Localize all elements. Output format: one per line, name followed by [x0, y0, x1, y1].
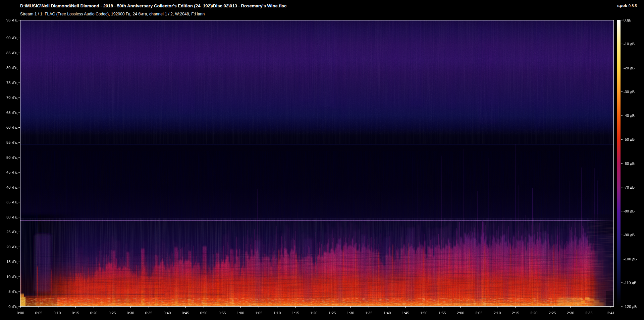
svg-text:1:05: 1:05 — [255, 311, 263, 315]
svg-text:0 дБ: 0 дБ — [624, 18, 631, 22]
svg-text:35 кГц: 35 кГц — [6, 200, 18, 204]
svg-text:0:45: 0:45 — [182, 311, 189, 315]
svg-text:0:10: 0:10 — [53, 311, 61, 315]
svg-text:-90 дБ: -90 дБ — [624, 233, 635, 237]
svg-text:0:35: 0:35 — [145, 311, 153, 315]
svg-text:65 кГц: 65 кГц — [6, 111, 18, 115]
svg-text:-80 дБ: -80 дБ — [624, 209, 635, 213]
svg-text:0:55: 0:55 — [218, 311, 226, 315]
svg-text:1:15: 1:15 — [292, 311, 299, 315]
svg-text:0:20: 0:20 — [90, 311, 98, 315]
svg-text:10 кГц: 10 кГц — [6, 275, 18, 279]
svg-text:2:25: 2:25 — [548, 311, 556, 315]
svg-text:-70 дБ: -70 дБ — [624, 185, 635, 189]
svg-text:0:05: 0:05 — [35, 311, 43, 315]
svg-text:-10 дБ: -10 дБ — [624, 42, 635, 46]
svg-text:1:00: 1:00 — [237, 311, 244, 315]
svg-text:0:30: 0:30 — [127, 311, 134, 315]
svg-text:25 кГц: 25 кГц — [6, 230, 18, 234]
svg-text:-60 дБ: -60 дБ — [624, 162, 635, 166]
svg-text:-100 дБ: -100 дБ — [624, 257, 637, 261]
svg-text:75 кГц: 75 кГц — [6, 81, 18, 85]
svg-text:55 кГц: 55 кГц — [6, 140, 18, 144]
svg-text:-30 дБ: -30 дБ — [624, 90, 635, 94]
svg-text:15 кГц: 15 кГц — [6, 260, 18, 264]
svg-text:0:15: 0:15 — [72, 311, 79, 315]
svg-text:30 кГц: 30 кГц — [6, 215, 18, 219]
svg-text:1:45: 1:45 — [402, 311, 409, 315]
svg-text:2:05: 2:05 — [475, 311, 483, 315]
svg-text:0 кГц: 0 кГц — [8, 305, 17, 309]
svg-text:2:00: 2:00 — [457, 311, 464, 315]
svg-text:-50 дБ: -50 дБ — [624, 137, 635, 141]
svg-text:45 кГц: 45 кГц — [6, 170, 18, 174]
svg-text:1:20: 1:20 — [310, 311, 318, 315]
svg-text:0:00: 0:00 — [17, 311, 24, 315]
svg-text:2:10: 2:10 — [493, 311, 501, 315]
svg-text:0:40: 0:40 — [163, 311, 171, 315]
svg-text:2:35: 2:35 — [585, 311, 593, 315]
svg-text:60 кГц: 60 кГц — [6, 125, 18, 129]
svg-text:-40 дБ: -40 дБ — [624, 114, 635, 118]
svg-text:1:25: 1:25 — [328, 311, 336, 315]
svg-text:85 кГц: 85 кГц — [6, 51, 18, 55]
svg-text:96 кГц: 96 кГц — [6, 18, 18, 22]
svg-text:2:30: 2:30 — [567, 311, 574, 315]
svg-text:1:10: 1:10 — [273, 311, 281, 315]
svg-text:2:15: 2:15 — [512, 311, 519, 315]
svg-text:20 кГц: 20 кГц — [6, 245, 18, 249]
svg-text:80 кГц: 80 кГц — [6, 66, 18, 70]
svg-text:5 кГц: 5 кГц — [8, 290, 17, 294]
svg-text:1:35: 1:35 — [365, 311, 373, 315]
svg-text:2:41: 2:41 — [607, 311, 614, 315]
svg-text:0:25: 0:25 — [108, 311, 116, 315]
svg-text:1:30: 1:30 — [347, 311, 354, 315]
svg-text:40 кГц: 40 кГц — [6, 185, 18, 189]
svg-text:2:20: 2:20 — [530, 311, 538, 315]
svg-text:50 кГц: 50 кГц — [6, 155, 18, 159]
svg-text:-110 дБ: -110 дБ — [624, 281, 637, 285]
svg-text:0:50: 0:50 — [200, 311, 208, 315]
svg-text:1:40: 1:40 — [383, 311, 391, 315]
svg-text:70 кГц: 70 кГц — [6, 95, 18, 100]
svg-text:1:55: 1:55 — [438, 311, 446, 315]
svg-text:90 кГц: 90 кГц — [6, 36, 18, 40]
svg-text:1:50: 1:50 — [420, 311, 428, 315]
svg-text:-120 дБ: -120 дБ — [624, 305, 637, 309]
svg-text:-20 дБ: -20 дБ — [624, 66, 635, 70]
